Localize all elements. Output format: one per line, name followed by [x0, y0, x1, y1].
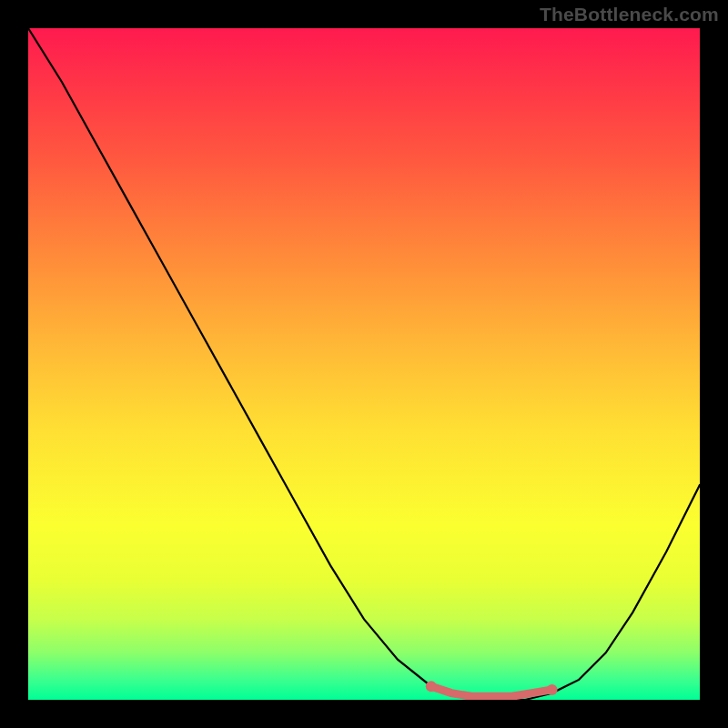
chart-frame: TheBottleneck.com [0, 0, 728, 728]
watermark-label: TheBottleneck.com [540, 4, 719, 25]
svg-point-1 [547, 684, 558, 695]
plot-area [28, 28, 700, 700]
svg-point-0 [426, 681, 437, 692]
optimal-range-marker [28, 28, 700, 700]
